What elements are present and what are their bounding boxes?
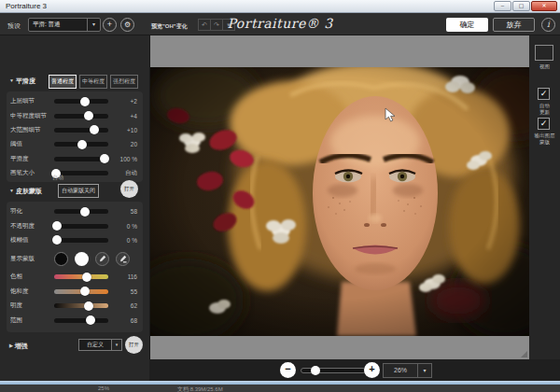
app-logo: Portraiture® 3 [227,16,332,31]
slider-label: 阈值 [10,140,54,148]
navigator-label: 视图 [529,63,560,70]
preview-canvas[interactable] [149,35,529,359]
mask-white-swatch[interactable] [75,252,89,266]
slider-handle[interactable] [100,154,109,163]
status-doc-info: 文档:8.39M/25.6M [177,385,223,392]
zoom-value-dropdown[interactable]: 26% [383,363,418,378]
zoom-dropdown-chevron-icon[interactable]: ▾ [417,363,432,378]
slider-handle[interactable] [84,111,93,120]
slider-handle[interactable] [52,221,62,231]
slider-track[interactable] [54,303,108,308]
slider-value: 100 % [108,156,139,162]
undo-icon[interactable]: ↶ [198,19,211,31]
slider-track[interactable] [54,157,108,161]
slider-row: 大范围细节+10 [10,123,139,137]
slider-track[interactable] [54,142,108,147]
slider-track[interactable] [54,318,108,323]
slider-handle[interactable] [80,97,90,106]
output-layer-checkbox[interactable]: ✓ [538,118,550,130]
slider-handle[interactable] [90,125,99,134]
slider-track[interactable] [54,289,108,294]
slider-row: 饱和度55 [10,285,139,299]
strength-strong-button[interactable]: 强烈程度 [110,75,138,89]
photoshop-status-bar: 25% 文档:8.39M/25.6M [0,385,560,392]
close-button[interactable]: ✕ [531,1,557,11]
status-zoom-value[interactable]: 25% [98,385,109,391]
toolbar: 预设 平滑: 普通 ▾ + ⚙ 预览"OH"变化 ↶ ↷ ▾ Portraitu… [0,13,560,35]
slider-value: 68 [108,317,139,324]
slider-handle[interactable] [82,273,91,282]
preview-changes-label[interactable]: 预览"OH"变化 [151,22,188,31]
slider-value: +4 [108,113,139,119]
slider-handle[interactable] [80,287,90,296]
slider-label: 明度 [10,301,54,310]
slider-value: 116 [108,273,139,280]
slider-row: 范围68 [10,313,139,327]
output-layer-label: 输出图层蒙版 [529,133,560,145]
redo-icon[interactable]: ↷ [210,19,223,31]
slider-value: +2 [108,98,139,105]
view-options-strip: 视图 ✓ 自动更新 ✓ 输出图层蒙版 [529,35,560,359]
slider-label: 上层细节 [10,97,54,105]
slider-label: 画笔大小 [10,169,54,177]
slider-track[interactable] [54,274,108,279]
mask-sliders-box: 羽化58不透明度0 %模糊值0 % 显示蒙版 色相116饱和度55明度62范围6… [7,202,143,332]
add-preset-button[interactable]: + [103,18,117,32]
preset-dropdown[interactable]: 平滑: 普通 ▾ [28,18,101,32]
mask-section-header[interactable]: ▼皮肤蒙版 [9,187,42,196]
slider-label: 色相 [10,273,54,281]
slider-row: 羽化58 [10,204,139,218]
eyedropper-add-icon[interactable] [95,252,109,266]
info-button[interactable]: i [541,18,555,32]
ok-button[interactable]: 确定 [446,18,488,32]
enhance-chevron-icon[interactable]: ▾ [111,339,122,351]
enhance-preset-dropdown[interactable]: 自定义 [78,339,112,351]
show-mask-label: 显示蒙版 [10,255,54,263]
show-mask-row: 显示蒙版 [10,247,139,270]
zoom-bar: − + 26% ▾ [149,359,560,381]
strength-medium-button[interactable]: 中等程度 [79,75,107,89]
zoom-slider-handle[interactable] [311,366,320,375]
eyedropper-remove-icon[interactable] [116,252,130,266]
slider-track[interactable] [54,209,108,214]
minimize-button[interactable]: – [494,1,511,11]
smoothing-section-header[interactable]: ▼平滑度 [9,77,35,86]
zoom-out-button[interactable]: − [280,362,296,378]
automask-button[interactable]: 自动蒙版关闭 [58,184,99,198]
slider-value: 自动 [108,169,139,177]
portraiture-window: Portraiture 3 – ▢ ✕ 预设 平滑: 普通 ▾ + ⚙ 预览"O… [0,0,560,392]
slider-row: 画笔大小自动 [10,166,139,180]
slider-track[interactable] [54,224,108,229]
gear-icon[interactable]: ⚙ [120,18,134,32]
navigator-box[interactable] [535,45,553,61]
slider-handle[interactable] [84,301,93,311]
preview-photo[interactable] [150,67,530,336]
maximize-button[interactable]: ▢ [512,1,530,11]
enhance-on-toggle[interactable]: 打开 [125,336,143,354]
slider-handle[interactable] [52,235,62,245]
discard-button[interactable]: 放弃 [493,18,535,32]
slider-track[interactable] [54,114,108,119]
chevron-down-icon[interactable]: ▾ [87,19,100,31]
slider-value: 20 [108,141,139,147]
title-bar[interactable]: Portraiture 3 – ▢ ✕ [0,0,560,13]
slider-track[interactable] [54,99,108,104]
slider-track[interactable] [54,128,108,133]
slider-handle[interactable] [86,315,95,325]
mask-on-toggle[interactable]: 打开 [120,180,138,198]
strength-normal-button[interactable]: 普通程度 [49,75,77,89]
auto-update-checkbox[interactable]: ✓ [538,88,550,100]
zoom-slider[interactable] [301,368,366,373]
resize-grip[interactable] [521,351,527,357]
slider-value: 55 [108,288,139,295]
slider-value: 0 % [108,223,139,230]
slider-row: 中等程度细节+4 [10,108,139,122]
slider-handle[interactable] [77,140,87,149]
mask-black-swatch[interactable] [54,252,68,266]
slider-handle[interactable] [80,207,90,217]
slider-track[interactable] [54,238,108,243]
preset-value: 平滑: 普通 [29,21,87,29]
brush-auto-label[interactable]: 自动 [52,174,63,182]
zoom-in-button[interactable]: + [364,362,380,378]
enhance-section-header[interactable]: ▶增强 [9,342,28,351]
